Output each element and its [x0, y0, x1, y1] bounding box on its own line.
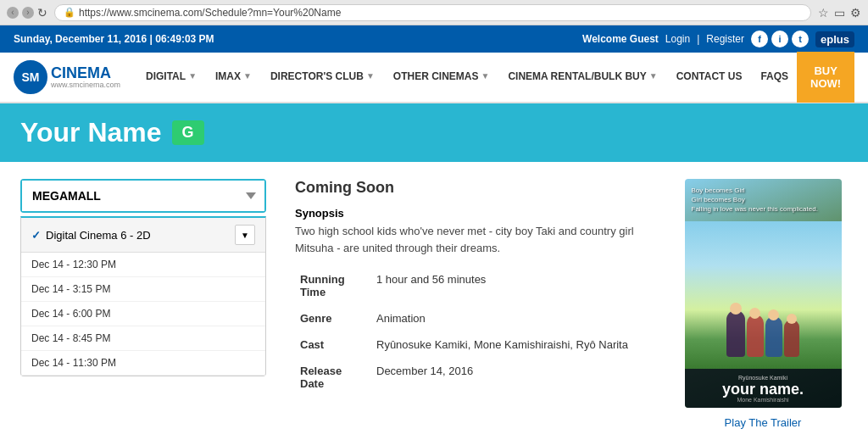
logo-text: CINEMA	[51, 65, 120, 81]
table-row: Genre Animation	[295, 305, 649, 331]
right-panel: Boy becomes Girl Girl becomes Boy Fallin…	[678, 179, 848, 429]
nav-rental[interactable]: CINEMA RENTAL/BULK BUY ▼	[499, 52, 665, 103]
browser-actions: ☆ ▭ ⚙	[818, 6, 861, 19]
back-button[interactable]: ‹	[7, 7, 19, 19]
digital-arrow: ▼	[188, 71, 197, 81]
trailer-link[interactable]: Play The Trailer	[725, 416, 802, 429]
logo-sub: www.smcinema.com	[51, 81, 120, 89]
timeslot-2[interactable]: Dec 14 - 3:15 PM	[21, 277, 265, 302]
instagram-icon[interactable]: i	[771, 31, 788, 47]
movie-poster: Boy becomes Girl Girl becomes Boy Fallin…	[685, 179, 842, 408]
register-link[interactable]: Register	[706, 33, 744, 45]
showtime-type-label: Digital Cinema 6 - 2D	[46, 229, 151, 242]
table-row: Running Time 1 hour and 56 minutes	[295, 266, 649, 305]
hero-banner: Your Name G	[0, 103, 868, 162]
timeslot-1[interactable]: Dec 14 - 12:30 PM	[21, 253, 265, 277]
synopsis-label: Synopsis	[295, 207, 649, 220]
logo[interactable]: SM CINEMA www.smcinema.com	[14, 60, 120, 94]
rental-arrow: ▼	[649, 71, 658, 81]
forward-button[interactable]: ›	[22, 7, 34, 19]
movie-title: Your Name	[20, 117, 162, 148]
table-row: Release Date December 14, 2016	[295, 358, 649, 397]
nav-contact[interactable]: CONTACT US	[668, 52, 751, 103]
timeslot-3[interactable]: Dec 14 - 6:00 PM	[21, 302, 265, 326]
showtime-type[interactable]: ✓ Digital Cinema 6 - 2D ▼	[21, 218, 265, 253]
release-date-value: December 14, 2016	[371, 358, 649, 397]
release-date-label: Release Date	[295, 358, 371, 397]
imax-arrow: ▼	[243, 71, 252, 81]
top-bar: Sunday, December 11, 2016 | 06:49:03 PM …	[0, 25, 868, 53]
poster-top-text: Boy becomes Girl Girl becomes Boy Fallin…	[685, 179, 842, 221]
directors-arrow: ▼	[366, 71, 375, 81]
rating-badge: G	[172, 120, 204, 145]
datetime-display: Sunday, December 11, 2016 | 06:49:03 PM	[14, 33, 214, 45]
nav-other-cinemas[interactable]: OTHER CINEMAS ▼	[385, 52, 498, 103]
buy-now-button[interactable]: BUY NOW!	[797, 52, 854, 103]
running-time-value: 1 hour and 56 minutes	[371, 266, 649, 305]
poster-names-sub: Mone Kamishiraishi	[692, 397, 835, 403]
lock-icon: 🔒	[64, 7, 75, 18]
welcome-text: Welcome Guest	[582, 33, 659, 45]
cast-icon[interactable]: ▭	[834, 6, 845, 19]
social-icons: f i t	[751, 31, 809, 47]
showtime-select-arrow[interactable]: ▼	[235, 225, 255, 245]
refresh-button[interactable]: ↻	[37, 6, 47, 19]
bookmark-icon[interactable]: ☆	[818, 6, 829, 19]
facebook-icon[interactable]: f	[751, 31, 768, 47]
timeslot-5[interactable]: Dec 14 - 11:30 PM	[21, 351, 265, 376]
other-arrow: ▼	[481, 71, 489, 81]
showtime-dropdown: ✓ Digital Cinema 6 - 2D ▼ Dec 14 - 12:30…	[20, 216, 266, 376]
logo-circle: SM	[14, 60, 47, 94]
address-bar[interactable]: 🔒 https://www.smcinema.com/Schedule?mn=Y…	[54, 4, 811, 21]
twitter-icon[interactable]: t	[792, 31, 809, 47]
table-row: Cast Ryûnosuke Kamiki, Mone Kamishiraish…	[295, 331, 649, 358]
coming-soon-label: Coming Soon	[295, 179, 649, 197]
nav-bar: SM CINEMA www.smcinema.com DIGITAL ▼ IMA…	[0, 53, 868, 103]
nav-items: DIGITAL ▼ IMAX ▼ DIRECTOR'S CLUB ▼ OTHER…	[137, 52, 797, 103]
check-icon: ✓	[31, 229, 41, 242]
nav-directors-club[interactable]: DIRECTOR'S CLUB ▼	[262, 52, 383, 103]
cinema-dropdown-container: MEGAMALLSM NORTH EDSASM MANILASM MOA	[20, 179, 266, 213]
synopsis-text: Two high school kids who've never met - …	[295, 223, 649, 256]
nav-digital[interactable]: DIGITAL ▼	[137, 52, 205, 103]
timeslot-4[interactable]: Dec 14 - 8:45 PM	[21, 326, 265, 351]
nav-imax[interactable]: IMAX ▼	[207, 52, 260, 103]
middle-panel: Coming Soon Synopsis Two high school kid…	[287, 179, 658, 429]
url-text: https://www.smcinema.com/Schedule?mn=You…	[79, 7, 341, 19]
genre-label: Genre	[295, 305, 371, 331]
cinema-select[interactable]: MEGAMALLSM NORTH EDSASM MANILASM MOA	[22, 181, 264, 211]
login-link[interactable]: Login	[665, 33, 690, 45]
cast-value: Ryûnosuke Kamiki, Mone Kamishiraishi, Ry…	[371, 331, 649, 358]
left-panel: MEGAMALLSM NORTH EDSASM MANILASM MOA ✓ D…	[20, 179, 266, 429]
running-time-label: Running Time	[295, 266, 371, 305]
poster-title: your name.	[692, 382, 835, 397]
top-bar-right: Welcome Guest Login | Register f i t epl…	[582, 31, 854, 47]
browser-nav-controls: ‹ › ↻	[7, 6, 47, 19]
browser-chrome: ‹ › ↻ 🔒 https://www.smcinema.com/Schedul…	[0, 0, 868, 25]
movie-info-table: Running Time 1 hour and 56 minutes Genre…	[295, 266, 649, 397]
eplus-badge[interactable]: eplus	[815, 31, 854, 47]
genre-value: Animation	[371, 305, 649, 331]
cast-label: Cast	[295, 331, 371, 358]
poster-bottom: Ryûnosuke Kamiki your name. Mone Kamishi…	[685, 369, 842, 408]
extensions-icon[interactable]: ⚙	[850, 6, 861, 19]
nav-faqs[interactable]: FAQS	[752, 52, 797, 103]
main-content: MEGAMALLSM NORTH EDSASM MANILASM MOA ✓ D…	[0, 162, 868, 440]
